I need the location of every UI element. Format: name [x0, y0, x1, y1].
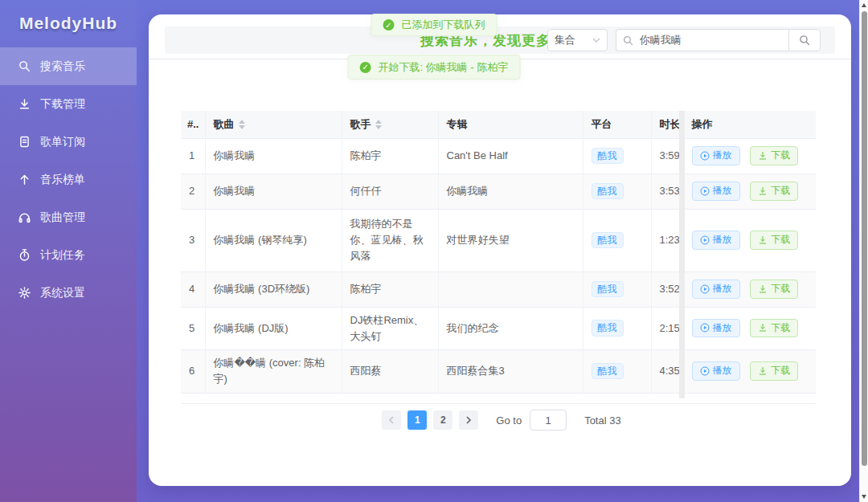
download-icon	[758, 186, 768, 196]
platform-tag: 酷我	[592, 148, 624, 164]
arrow-up-icon	[18, 173, 31, 186]
song-cell: 你瞒我瞒	[205, 138, 342, 173]
play-button[interactable]: 播放	[692, 231, 740, 250]
play-circle-icon	[700, 235, 710, 245]
platform-tag: 酷我	[592, 320, 624, 336]
caret-down-icon	[375, 125, 382, 129]
play-button[interactable]: 播放	[692, 319, 740, 338]
page-button-2[interactable]: 2	[433, 410, 452, 430]
song-cell: 你瞒我瞒 (钢琴纯享)	[205, 209, 342, 271]
index-cell: 6	[181, 349, 205, 393]
table-row: 5 你瞒我瞒 (DJ版) DJ铁柱Remix、大头钉 我们的纪念 酷我 2:15…	[181, 307, 816, 349]
artist-cell: 何仟仟	[342, 173, 438, 209]
total-count: Total 33	[584, 414, 621, 426]
sidebar-item-song-manager[interactable]: 歌曲管理	[0, 198, 137, 236]
download-icon	[758, 235, 768, 245]
column-header-actions: 操作	[683, 111, 816, 138]
artist-cell: DJ铁柱Remix、大头钉	[342, 307, 438, 349]
sidebar-item-search-music[interactable]: 搜索音乐	[0, 47, 137, 85]
sidebar-nav: 搜索音乐 下载管理 歌单订阅 音乐榜单 歌曲管理	[0, 47, 137, 312]
actions-cell: 播放 下载	[683, 209, 816, 271]
sidebar-item-system-settings[interactable]: 系统设置	[0, 274, 137, 312]
sidebar-item-label: 歌曲管理	[40, 210, 85, 225]
search-button[interactable]	[788, 29, 821, 51]
download-button[interactable]: 下载	[750, 280, 798, 299]
prev-page-button[interactable]	[382, 410, 401, 430]
sidebar-item-label: 歌单订阅	[40, 135, 85, 149]
play-circle-icon	[700, 151, 710, 161]
download-button[interactable]: 下载	[750, 319, 798, 338]
column-header-platform: 平台	[583, 111, 651, 138]
playlist-icon	[18, 135, 31, 149]
table-vertical-scrollbar[interactable]	[679, 111, 685, 398]
sidebar-item-scheduled-tasks[interactable]: 计划任务	[0, 236, 137, 274]
search-header-bar: 搜索音乐，发现更多精彩 集合	[165, 27, 835, 54]
album-cell	[438, 271, 583, 307]
actions-cell: 播放 下载	[683, 349, 816, 393]
search-icon	[18, 59, 31, 73]
goto-page-input[interactable]	[530, 410, 567, 431]
caret-up-icon	[239, 120, 245, 124]
download-icon	[758, 284, 768, 294]
sort-icons[interactable]	[239, 120, 245, 129]
results-table: #.. 歌曲 歌手 专辑 平台 时长 操作 1 你瞒我瞒 陈柏宇 Can't B…	[181, 111, 816, 394]
app-root: { "sidebar": { "logo": "MelodyHub", "ite…	[0, 0, 868, 502]
play-button[interactable]: 播放	[692, 280, 740, 299]
download-button[interactable]: 下载	[750, 182, 798, 201]
duration-cell: 3:52	[651, 271, 683, 307]
download-icon	[758, 151, 768, 161]
page-button-1[interactable]: 1	[407, 410, 427, 430]
table-header-row: #.. 歌曲 歌手 专辑 平台 时长 操作	[181, 111, 816, 138]
success-check-icon: ✓	[383, 19, 395, 31]
pagination: 1 2 Go to Total 33	[149, 410, 851, 431]
platform-cell: 酷我	[583, 209, 651, 271]
duration-cell: 2:15	[651, 307, 683, 349]
song-cell: 你瞒我瞒 (3D环绕版)	[205, 271, 342, 307]
album-cell: Can't Be Half	[438, 138, 583, 173]
stopwatch-icon	[18, 248, 31, 262]
chevron-left-icon	[388, 416, 395, 424]
success-check-icon: ✓	[360, 62, 371, 73]
download-button[interactable]: 下载	[750, 361, 798, 381]
sidebar-item-label: 计划任务	[40, 248, 85, 263]
sort-icons[interactable]	[375, 120, 382, 129]
platform-tag: 酷我	[592, 281, 624, 297]
sidebar-item-download-manager[interactable]: 下载管理	[0, 85, 137, 123]
table-row: 6 你瞒��瞒 (cover: 陈柏宇) 西阳蔡 西阳蔡合集3 酷我 4:35 …	[181, 349, 816, 393]
search-group	[616, 29, 821, 51]
platform-cell: 酷我	[583, 173, 651, 209]
column-header-song[interactable]: 歌曲	[205, 111, 342, 138]
play-button[interactable]: 播放	[692, 182, 740, 201]
source-select[interactable]: 集合	[547, 29, 608, 51]
scrollbar-thumb[interactable]	[862, 11, 867, 466]
sidebar-item-music-charts[interactable]: 音乐榜单	[0, 161, 137, 198]
index-cell: 1	[181, 138, 205, 173]
goto-label: Go to	[496, 414, 522, 426]
sidebar-item-label: 系统设置	[40, 286, 85, 300]
play-button[interactable]: 播放	[692, 361, 740, 381]
artist-cell: 西阳蔡	[342, 349, 438, 393]
download-icon	[758, 323, 768, 333]
column-header-album: 专辑	[438, 111, 583, 138]
app-logo: MelodyHub	[0, 0, 137, 47]
table-row: 2 你瞒我瞒 何仟仟 你瞒我瞒 酷我 3:53 播放 下载	[181, 173, 816, 209]
search-input[interactable]	[638, 34, 770, 47]
actions-cell: 播放 下载	[683, 307, 816, 349]
chevron-down-icon	[592, 38, 600, 43]
browser-scrollbar[interactable]	[859, 0, 868, 502]
scroll-up-arrow-icon[interactable]	[862, 3, 866, 7]
download-button[interactable]: 下载	[750, 146, 798, 165]
toast-download-started: ✓ 开始下载: 你瞒我瞒 - 陈柏宇	[348, 55, 521, 80]
play-button[interactable]: 播放	[692, 146, 740, 165]
sidebar-item-playlist-subscribe[interactable]: 歌单订阅	[0, 123, 137, 161]
source-select-value: 集合	[555, 33, 575, 47]
download-button[interactable]: 下载	[750, 231, 798, 250]
actions-cell: 播放 下载	[683, 271, 816, 307]
sidebar: MelodyHub 搜索音乐 下载管理 歌单订阅 音乐榜单	[0, 0, 137, 502]
content-card: 搜索音乐，发现更多精彩 集合 #..	[149, 14, 851, 486]
song-cell: 你瞒我瞒 (DJ版)	[205, 307, 342, 349]
duration-cell: 4:35	[651, 349, 683, 393]
scroll-down-arrow-icon[interactable]	[862, 495, 866, 499]
column-header-artist[interactable]: 歌手	[342, 111, 438, 138]
next-page-button[interactable]	[459, 410, 478, 430]
